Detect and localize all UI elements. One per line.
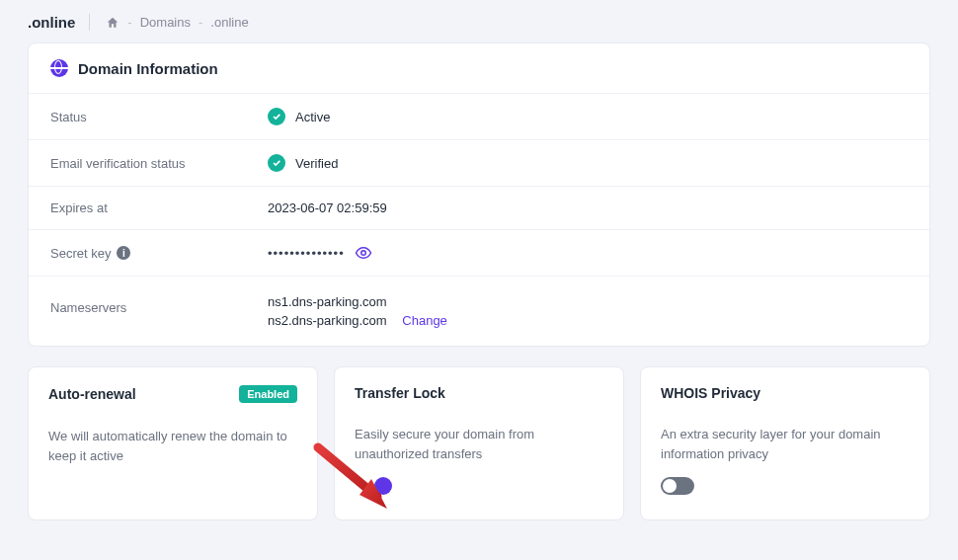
row-secret-key: Secret key i ••••••••••••••	[29, 229, 929, 276]
row-expires: Expires at 2023-06-07 02:59:59	[29, 186, 929, 229]
page-title: .online	[28, 14, 90, 31]
domain-info-title: Domain Information	[78, 60, 218, 77]
globe-icon	[50, 59, 68, 77]
status-badge-enabled: Enabled	[239, 385, 297, 403]
value-expires: 2023-06-07 02:59:59	[268, 200, 387, 215]
value-email: Verified	[295, 156, 338, 171]
change-nameservers-link[interactable]: Change	[402, 313, 447, 328]
home-icon[interactable]	[106, 16, 120, 30]
value-ns2: ns2.dns-parking.com	[268, 313, 387, 328]
svg-point-0	[360, 251, 365, 256]
transfer-lock-card: Transfer Lock Easily secure your domain …	[334, 366, 624, 520]
check-icon	[268, 108, 285, 125]
row-status: Status Active	[29, 93, 929, 139]
whois-privacy-title: WHOIS Privacy	[661, 385, 760, 401]
domain-info-card: Domain Information Status Active Email v…	[28, 42, 930, 347]
breadcrumb-current: .online	[210, 15, 248, 30]
row-nameservers: Nameservers ns1.dns-parking.com ns2.dns-…	[29, 276, 929, 346]
label-expires: Expires at	[50, 200, 268, 215]
transfer-lock-title: Transfer Lock	[355, 385, 445, 401]
auto-renewal-desc: We will automatically renew the domain t…	[48, 427, 297, 465]
whois-privacy-card: WHOIS Privacy An extra security layer fo…	[640, 366, 930, 520]
whois-privacy-desc: An extra security layer for your domain …	[661, 425, 910, 463]
label-email: Email verification status	[50, 156, 268, 171]
breadcrumb-sep: -	[199, 15, 202, 30]
value-secret-masked: ••••••••••••••	[268, 246, 345, 261]
value-ns1: ns1.dns-parking.com	[268, 294, 447, 309]
auto-renewal-title: Auto-renewal	[48, 386, 136, 402]
label-nameservers: Nameservers	[50, 294, 268, 315]
check-icon	[268, 154, 285, 172]
label-status: Status	[50, 110, 268, 124]
breadcrumb-sep: -	[127, 15, 131, 30]
breadcrumb: - Domains - .online	[106, 15, 248, 30]
domain-info-header: Domain Information	[29, 43, 929, 93]
transfer-lock-desc: Easily secure your domain from unauthori…	[355, 425, 603, 463]
breadcrumb-domains[interactable]: Domains	[140, 15, 191, 30]
transfer-lock-loading-icon[interactable]	[374, 477, 392, 495]
value-status: Active	[295, 110, 330, 124]
whois-privacy-toggle[interactable]	[661, 477, 694, 495]
label-secret: Secret key	[50, 246, 111, 261]
auto-renewal-card: Auto-renewal Enabled We will automatical…	[28, 366, 318, 520]
eye-icon[interactable]	[355, 244, 372, 262]
row-email-verification: Email verification status Verified	[29, 139, 929, 186]
info-icon[interactable]: i	[117, 246, 130, 260]
